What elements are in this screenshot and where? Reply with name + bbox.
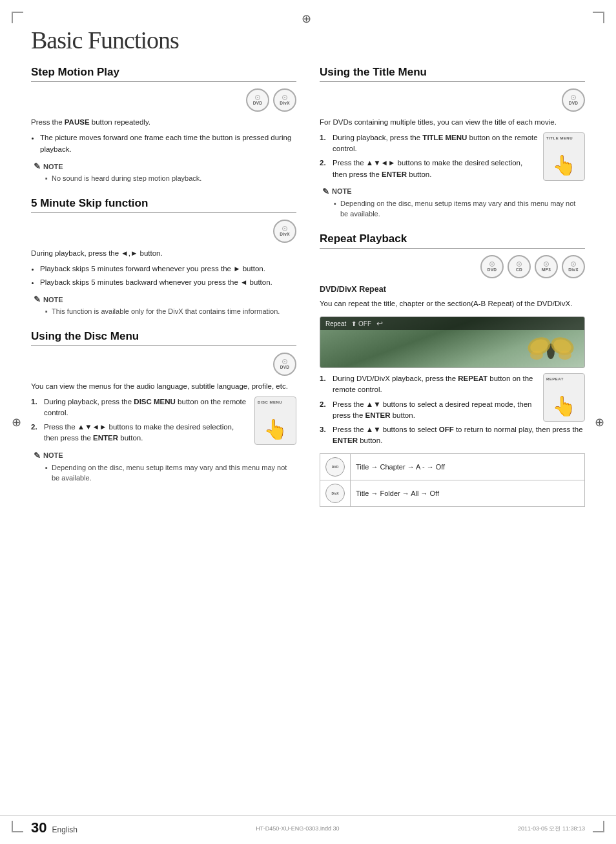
title-menu-title: Using the Title Menu xyxy=(320,66,585,82)
title-menu-remote-hand: 👆 xyxy=(552,156,576,175)
footer-file-text: HT-D450-XU-ENG-0303.indd 30 xyxy=(256,825,339,832)
corner-mark-tl xyxy=(12,12,23,23)
dvd-icon-repeat-center xyxy=(489,262,495,267)
dvd-divx-subtitle: DVD/DivX Repeat xyxy=(320,283,585,296)
dvd-icon-title-label: DVD xyxy=(569,101,579,105)
dvd-dvd5-icon: DVD xyxy=(325,457,345,477)
footer-language: English xyxy=(52,825,77,834)
repeat-step-3-num: 3. xyxy=(320,424,329,447)
repeat-steps-area: REPEAT 👆 1. During DVD/DivX playback, pr… xyxy=(320,373,585,447)
disc-menu-step-1-num: 1. xyxy=(31,396,40,419)
left-column: Step Motion Play DVD DivX Press the PAUS… xyxy=(31,66,296,520)
butterfly-svg xyxy=(525,332,577,367)
five-minute-bullet-2: Playback skips 5 minutes backward whenev… xyxy=(40,277,296,289)
footer-date-area: 2011-03-05 오전 11:38:13 xyxy=(518,823,585,833)
five-minute-note-item-1: This function is available only for the … xyxy=(45,306,296,317)
cd-icon-repeat-label: CD xyxy=(516,267,522,272)
five-minute-section: 5 Minute Skip function DivX During playb… xyxy=(31,197,296,317)
title-menu-step-2-num: 2. xyxy=(320,158,329,180)
divx-icon-2-center xyxy=(282,226,287,231)
title-menu-note-body: Depending on the disc, menu setup items … xyxy=(334,198,585,220)
title-menu-step-1-num: 1. xyxy=(320,132,329,155)
disc-menu-note: ✎ NOTE Depending on the disc, menu setup… xyxy=(31,451,296,484)
mp3-icon-repeat: MP3 xyxy=(535,255,558,278)
title-menu-section: Using the Title Menu DVD For DVDs contai… xyxy=(320,66,585,220)
dvd-icon-repeat: DVD xyxy=(480,255,504,278)
mp3-icon-repeat-label: MP3 xyxy=(542,267,551,272)
page-title: Basic Functions xyxy=(31,26,585,54)
repeat-step-3: 3. Press the ▲▼ buttons to select OFF to… xyxy=(320,424,585,447)
step-motion-note: ✎ NOTE No sound is heard during step mot… xyxy=(31,161,296,184)
step-motion-note-item-1: No sound is heard during step motion pla… xyxy=(45,173,296,184)
footer-page-number: 30 xyxy=(31,819,46,836)
screen-repeat-label: Repeat xyxy=(325,320,346,327)
divx-icon-2: DivX xyxy=(273,220,296,243)
repeat-step-2: 2. Press the ▲▼ buttons to select a desi… xyxy=(320,399,538,422)
five-minute-note-title: ✎ NOTE xyxy=(34,294,296,304)
repeat-icons: DVD CD MP3 DivX xyxy=(320,255,585,278)
disc-menu-step-1-text: During playback, press the DISC MENU but… xyxy=(44,396,249,419)
title-menu-note: ✎ NOTE Depending on the disc, menu setup… xyxy=(320,187,585,220)
five-minute-icons: DivX xyxy=(31,220,296,243)
disc-menu-intro: You can view the menus for the audio lan… xyxy=(31,381,296,393)
dvd-icon-disc-center xyxy=(282,359,287,364)
dvd-icon-label: DVD xyxy=(253,101,263,105)
repeat-step-1-text: During DVD/DivX playback, press the REPE… xyxy=(333,373,538,396)
dvd-icon: DVD xyxy=(246,88,269,112)
dvd-icon-title: DVD xyxy=(562,88,585,112)
step-motion-bullets: The picture moves forward one frame each… xyxy=(40,132,296,156)
repeat-table-text-1: Title → Chapter → A - → Off xyxy=(351,453,585,480)
footer: 30 English HT-D450-XU-ENG-0303.indd 30 2… xyxy=(0,815,616,836)
footer-file: HT-D450-XU-ENG-0303.indd 30 xyxy=(256,823,339,832)
cd-icon-repeat-center xyxy=(517,262,522,267)
divx-icon-label: DivX xyxy=(280,101,290,105)
title-menu-body: For DVDs containing multiple titles, you… xyxy=(320,117,585,180)
step-motion-note-body: No sound is heard during step motion pla… xyxy=(45,173,296,184)
crosshair-right xyxy=(595,415,604,429)
repeat-table-text-2: Title → Folder → All → Off xyxy=(351,480,585,506)
five-minute-note-body: This function is available only for the … xyxy=(45,306,296,317)
screen-arrows: ⬆ OFF xyxy=(351,320,371,327)
title-menu-intro: For DVDs containing multiple titles, you… xyxy=(320,117,585,129)
five-minute-bullets: Playback skips 5 minutes forward wheneve… xyxy=(40,263,296,289)
repeat-title: Repeat Playback xyxy=(320,232,585,249)
five-minute-note: ✎ NOTE This function is available only f… xyxy=(31,294,296,317)
disc-menu-remote-hand: 👆 xyxy=(263,420,287,439)
dvd-icon-title-center xyxy=(571,95,576,100)
dvd-screen: Repeat ⬆ OFF ↩ xyxy=(320,316,585,368)
repeat-table-icon-2: DivX xyxy=(320,480,351,506)
repeat-step-1: 1. During DVD/DivX playback, press the R… xyxy=(320,373,538,396)
title-menu-remote-label: TITLE MENU xyxy=(546,136,573,141)
divx-icon: DivX xyxy=(273,88,296,112)
disc-menu-remote: DISC MENU 👆 xyxy=(254,396,296,445)
repeat-step-1-num: 1. xyxy=(320,373,329,396)
disc-menu-body: You can view the menus for the audio lan… xyxy=(31,381,296,444)
butterfly-area xyxy=(320,331,584,367)
title-menu-step-2: 2. Press the ▲▼◄► buttons to make the de… xyxy=(320,158,538,180)
step-motion-title: Step Motion Play xyxy=(31,66,296,82)
step-motion-para: Press the PAUSE button repeatedly. xyxy=(31,117,296,129)
repeat-step-3-text: Press the ▲▼ buttons to select OFF to re… xyxy=(333,424,585,447)
disc-menu-remote-label: DISC MENU xyxy=(258,400,282,406)
disc-menu-step-2-text: Press the ▲▼◄► buttons to make the desir… xyxy=(44,422,249,444)
five-minute-title: 5 Minute Skip function xyxy=(31,197,296,213)
repeat-remote-label: REPEAT xyxy=(546,376,564,382)
title-menu-icons: DVD xyxy=(320,88,585,112)
mp3-icon-repeat-center xyxy=(544,262,549,267)
repeat-table: DVD Title → Chapter → A - → Off DivX Tit… xyxy=(320,453,585,507)
disc-menu-note-body: Depending on the disc, menu setup items … xyxy=(45,462,296,484)
five-minute-body: During playback, press the ◄,► button. P… xyxy=(31,248,296,288)
crosshair-top xyxy=(302,12,314,25)
dvd-icon-repeat-label: DVD xyxy=(488,267,497,272)
repeat-step-2-text: Press the ▲▼ buttons to select a desired… xyxy=(333,399,538,422)
divx-icon-repeat: DivX xyxy=(562,255,585,278)
dvd-icon-disc: DVD xyxy=(273,353,296,376)
title-menu-remote: TITLE MENU 👆 xyxy=(543,132,585,181)
footer-left: 30 English xyxy=(31,819,77,836)
repeat-table-row-2: DivX Title → Folder → All → Off xyxy=(320,480,585,506)
divx-icon-table: DivX xyxy=(325,484,345,503)
title-menu-remote-box: TITLE MENU 👆 xyxy=(543,132,585,181)
dvd-icon-disc-label: DVD xyxy=(280,365,290,369)
repeat-step-2-num: 2. xyxy=(320,399,329,422)
disc-menu-section: Using the Disc Menu DVD You can view the… xyxy=(31,330,296,484)
